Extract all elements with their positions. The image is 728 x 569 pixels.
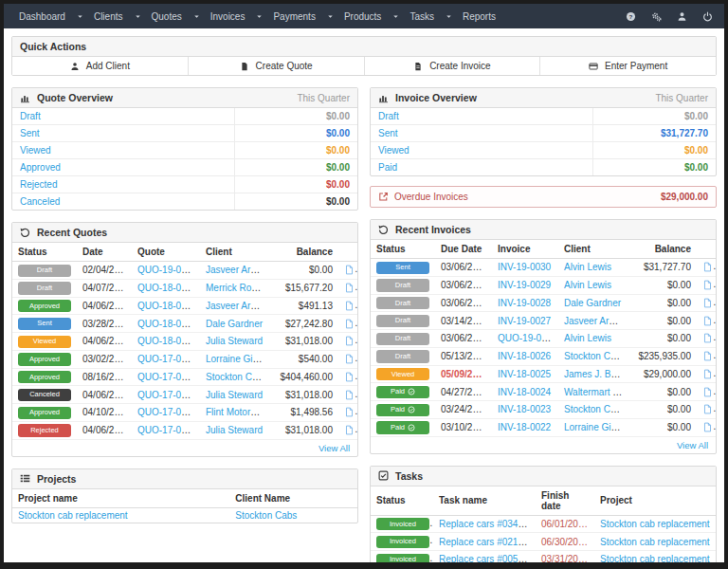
client-link[interactable]: Dale Gardner: [564, 298, 621, 308]
invoice-number-link[interactable]: INV-18-0024: [498, 387, 551, 397]
nav-item-tasks[interactable]: Tasks: [408, 9, 453, 24]
project-link[interactable]: Stockton cab replacement: [600, 537, 710, 547]
quote-number-link[interactable]: QUO-17-0013: [137, 425, 197, 435]
quotes-view-all-link[interactable]: View All: [318, 443, 350, 453]
create-quote-button[interactable]: Create Quote: [189, 57, 365, 75]
open-document-button[interactable]: [344, 282, 355, 292]
settings-button[interactable]: [651, 11, 662, 22]
open-document-button[interactable]: [344, 336, 355, 346]
open-document-button[interactable]: [344, 265, 355, 275]
task-link[interactable]: Replace cars #034 - #041: [439, 519, 536, 529]
account-button[interactable]: [677, 11, 687, 22]
client-link[interactable]: Jasveer Arwehan: [206, 301, 270, 311]
quote-number-link[interactable]: QUO-17-0014: [137, 407, 197, 417]
open-document-button[interactable]: [702, 404, 713, 414]
nav-item-clients[interactable]: Clients: [92, 9, 142, 24]
client-link[interactable]: Lorraine Gibson: [206, 354, 270, 364]
project-link[interactable]: Stockton cab replacement: [600, 554, 710, 564]
invoice-number-link[interactable]: INV-18-0023: [498, 404, 551, 414]
nav-item-dashboard[interactable]: Dashboard: [17, 9, 84, 24]
invoice-number-link[interactable]: INV-19-0028: [498, 298, 551, 308]
quote-number-link[interactable]: QUO-18-0022: [137, 301, 197, 311]
task-link[interactable]: Replace cars #021 - #033: [439, 537, 536, 547]
client-link[interactable]: Flint Motors, Ltd.: [206, 407, 270, 417]
recent-invoices-title: Recent Invoices: [395, 224, 471, 235]
project-link[interactable]: Stockton cab replacement: [18, 510, 128, 521]
client-link[interactable]: Julia Steward: [206, 336, 263, 346]
nav-item-payments[interactable]: Payments: [271, 9, 334, 24]
quote-number-link[interactable]: QUO-18-0021: [137, 319, 197, 329]
client-link[interactable]: Alvin Lewis: [564, 280, 611, 290]
nav-item-quotes[interactable]: Quotes: [150, 9, 201, 24]
invoice-overview-paid-link[interactable]: Paid: [378, 162, 397, 173]
quote-overview-rejected-link[interactable]: Rejected: [20, 179, 57, 190]
nav-item-products[interactable]: Products: [342, 9, 400, 24]
create-invoice-button[interactable]: Create Invoice: [365, 57, 541, 75]
task-link[interactable]: Replace cars #005 - #020: [439, 554, 536, 564]
open-document-button[interactable]: [344, 424, 355, 434]
quote-number-link[interactable]: QUO-18-0023: [137, 283, 197, 293]
invoice-overview-viewed-link[interactable]: Viewed: [378, 145, 410, 156]
quote-overview-sent-link[interactable]: Sent: [20, 128, 40, 138]
quote-number-link[interactable]: QUO-17-0018: [137, 354, 197, 364]
open-document-button[interactable]: [344, 407, 355, 417]
invoice-number-link[interactable]: INV-19-0029: [498, 280, 551, 290]
logout-button[interactable]: [702, 11, 713, 22]
quote-overview-approved-link[interactable]: Approved: [20, 162, 61, 173]
invoice-number-link[interactable]: INV-19-0030: [498, 262, 551, 272]
client-link[interactable]: Lorraine Gibson: [564, 422, 630, 432]
client-link[interactable]: Merrick Roads, Ltd.: [206, 283, 270, 293]
quote-number-link[interactable]: QUO-19-0025: [137, 265, 197, 275]
invoice-number-link[interactable]: INV-18-0026: [498, 351, 551, 361]
quote-number-link[interactable]: QUO-17-0017: [137, 372, 197, 382]
nav-icon-group: ?: [626, 11, 713, 22]
open-document-button[interactable]: [344, 300, 355, 310]
status-badge: Draft: [18, 265, 71, 277]
client-link[interactable]: Jasveer Arwehan: [206, 265, 270, 275]
client-link[interactable]: Alvin Lewis: [564, 262, 611, 272]
add-client-button[interactable]: Add Client: [12, 57, 189, 75]
client-link[interactable]: Dale Gardner: [206, 319, 263, 329]
client-link[interactable]: Stockton Cabs: [564, 351, 626, 361]
open-document-button[interactable]: [702, 279, 713, 289]
invoice-number-link[interactable]: INV-18-0025: [498, 369, 551, 379]
open-document-button[interactable]: [702, 315, 713, 325]
enter-payment-button[interactable]: Enter Payment: [540, 57, 716, 75]
client-link[interactable]: Jasveer Arwehan: [564, 316, 630, 326]
invoice-overview-draft-link[interactable]: Draft: [378, 111, 399, 121]
open-document-button[interactable]: [344, 371, 355, 381]
quote-overview-draft-link[interactable]: Draft: [20, 111, 41, 121]
quote-overview-canceled-link[interactable]: Canceled: [20, 196, 60, 207]
quote-overview-viewed-link[interactable]: Viewed: [20, 145, 51, 156]
open-document-button[interactable]: [702, 350, 713, 360]
client-link[interactable]: Julia Steward: [206, 390, 263, 400]
help-button[interactable]: ?: [626, 11, 636, 22]
client-link[interactable]: Waltermart Supplies: [564, 387, 630, 397]
open-document-button[interactable]: [702, 262, 713, 272]
client-link[interactable]: Stockton Cabs: [206, 372, 267, 382]
open-document-button[interactable]: [702, 386, 713, 396]
overdue-invoices-link[interactable]: Overdue Invoices: [378, 192, 468, 202]
client-link[interactable]: Alvin Lewis: [564, 333, 611, 343]
nav-item-reports[interactable]: Reports: [461, 9, 498, 24]
client-link[interactable]: James J. Bowman: [564, 369, 630, 379]
open-document-button[interactable]: [702, 368, 713, 378]
client-link[interactable]: Julia Steward: [206, 425, 263, 435]
project-link[interactable]: Stockton cab replacement: [600, 519, 710, 529]
invoices-view-all-link[interactable]: View All: [677, 440, 708, 450]
invoice-overview-sent-link[interactable]: Sent: [378, 128, 398, 138]
quote-number-link[interactable]: QUO-18-0019: [137, 336, 197, 346]
open-document-button[interactable]: [702, 421, 713, 431]
open-document-button[interactable]: [702, 297, 713, 307]
open-document-button[interactable]: [702, 333, 713, 343]
invoice-number-link[interactable]: INV-19-0027: [498, 316, 551, 326]
open-document-button[interactable]: [344, 353, 355, 363]
quote-number-link[interactable]: QUO-17-0015: [137, 390, 197, 400]
client-link[interactable]: Stockton Cabs: [235, 510, 297, 521]
invoice-number-link[interactable]: QUO-19-0024: [498, 333, 557, 343]
open-document-button[interactable]: [344, 318, 355, 328]
client-link[interactable]: Stockton Cabs: [564, 404, 626, 414]
open-document-button[interactable]: [344, 389, 355, 399]
nav-item-invoices[interactable]: Invoices: [209, 9, 264, 24]
invoice-number-link[interactable]: INV-18-0022: [498, 422, 551, 432]
